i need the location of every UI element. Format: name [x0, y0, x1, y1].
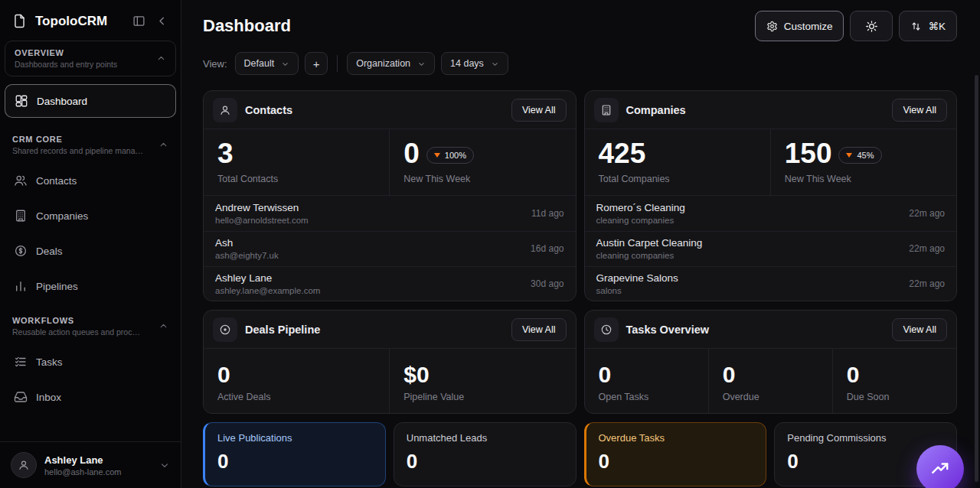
- kpi-label: Pending Commissions: [787, 432, 944, 444]
- sidebar-section-overview[interactable]: OVERVIEW Dashboards and entry points: [5, 41, 176, 76]
- card-title: Tasks Overview: [626, 324, 885, 336]
- page-title: Dashboard: [203, 16, 291, 36]
- sidebar-item-label: Companies: [36, 210, 88, 222]
- trend-down-icon: [846, 153, 852, 158]
- company-category: cleaning companies: [596, 216, 685, 225]
- section-subtitle: Reusable action queues and processes: [12, 327, 144, 337]
- contact-email: ashley.lane@example.com: [215, 286, 320, 295]
- companies-view-all-button[interactable]: View All: [892, 99, 947, 122]
- app-title: TopoloCRM: [35, 14, 124, 29]
- sidebar-item-dashboard[interactable]: Dashboard: [5, 84, 176, 118]
- stat-value: 425: [599, 139, 646, 169]
- stat-label: Total Contacts: [217, 174, 375, 184]
- section-title: CRM CORE: [12, 135, 144, 144]
- kpi-overdue-tasks: Overdue Tasks 0: [584, 422, 767, 486]
- scrollbar[interactable]: [975, 75, 978, 482]
- chevron-down-icon: [491, 60, 499, 68]
- customize-button[interactable]: Customize: [755, 11, 844, 41]
- theme-toggle-button[interactable]: [850, 11, 893, 41]
- panels-layout-icon[interactable]: [131, 13, 147, 29]
- kpi-unmatched-leads: Unmatched Leads 0: [394, 422, 577, 486]
- sidebar-item-tasks[interactable]: Tasks: [5, 346, 176, 378]
- chevron-up-icon: [158, 321, 168, 331]
- company-category: cleaning companies: [596, 251, 703, 260]
- view-label: View:: [203, 58, 227, 70]
- stat-value: $0: [403, 363, 429, 387]
- section-subtitle: Dashboards and entry points: [15, 60, 117, 69]
- sidebar-item-label: Tasks: [36, 356, 63, 368]
- deals-view-all-button[interactable]: View All: [511, 318, 567, 341]
- tasks-overview-card: Tasks Overview View All 0 Open Tasks 0 O…: [584, 310, 958, 414]
- contact-time: 30d ago: [531, 278, 564, 289]
- date-range-select[interactable]: 14 days: [441, 52, 508, 75]
- section-title: OVERVIEW: [15, 48, 117, 57]
- user-name: Ashley Lane: [44, 454, 152, 466]
- contact-name: Ash: [215, 237, 279, 249]
- company-name: Romero´s Cleaning: [596, 202, 685, 213]
- sidebar-item-pipelines[interactable]: Pipelines: [5, 270, 176, 302]
- inbox-icon: [14, 390, 28, 404]
- sidebar-item-label: Pipelines: [36, 281, 78, 292]
- company-row[interactable]: Romero´s Cleaning cleaning companies 22m…: [585, 196, 957, 231]
- kpi-value: 0: [599, 450, 754, 473]
- card-title: Deals Pipeline: [245, 324, 504, 336]
- collapse-sidebar-chevron-left-icon[interactable]: [154, 13, 170, 29]
- contacts-view-all-button[interactable]: View All: [511, 99, 567, 122]
- sidebar-item-contacts[interactable]: Contacts: [5, 164, 176, 197]
- filter-bar: View: Default + Organization 14 days: [203, 52, 957, 75]
- tasks-view-all-button[interactable]: View All: [892, 318, 947, 341]
- contact-row[interactable]: Ash ash@eighty7.uk 16d ago: [204, 231, 576, 266]
- active-deals-stat: 0 Active Deals: [204, 349, 389, 414]
- view-select-value: Default: [244, 58, 275, 69]
- trending-up-icon: [930, 459, 950, 479]
- chevron-down-icon: [417, 60, 426, 68]
- card-title: Companies: [626, 104, 885, 116]
- stat-value: 150: [785, 139, 832, 169]
- stat-label: Due Soon: [847, 392, 942, 402]
- contact-row[interactable]: Ashley Lane ashley.lane@example.com 30d …: [204, 266, 576, 301]
- add-view-button[interactable]: +: [305, 52, 328, 75]
- contact-row[interactable]: Andrew Terwissen hello@arnoldstreet.com …: [204, 196, 576, 231]
- sidebar-item-companies[interactable]: Companies: [5, 200, 176, 232]
- up-down-arrows-icon: [910, 21, 922, 32]
- due-soon-stat: 0 Due Soon: [832, 349, 956, 414]
- kpi-label: Overdue Tasks: [599, 432, 754, 444]
- sidebar-item-label: Inbox: [36, 392, 61, 403]
- section-title: WORKFLOWS: [12, 316, 144, 325]
- quick-action-fab[interactable]: [916, 445, 964, 488]
- app-logo-file-icon: [11, 12, 28, 30]
- new-companies-stat: 150 45% New This Week: [770, 129, 956, 195]
- stat-label: New This Week: [403, 174, 561, 184]
- contact-name: Ashley Lane: [215, 272, 320, 284]
- user-email: hello@ash-lane.com: [44, 467, 152, 477]
- contacts-card: Contacts View All 3 Total Contacts 0: [203, 90, 577, 301]
- sidebar-item-deals[interactable]: Deals: [5, 235, 176, 267]
- person-icon: [213, 98, 237, 122]
- stat-value: 3: [217, 139, 234, 169]
- organization-select[interactable]: Organization: [347, 52, 435, 75]
- section-subtitle: Shared records and pipeline management: [12, 146, 144, 155]
- company-time: 22m ago: [909, 278, 945, 289]
- stat-value: 0: [217, 363, 230, 387]
- shortcut-label: ⌘K: [928, 20, 946, 32]
- app-window: TopoloCRM OVERVIEW Dashboards and entry …: [0, 0, 980, 488]
- date-range-value: 14 days: [450, 58, 484, 69]
- sidebar-item-inbox[interactable]: Inbox: [5, 381, 176, 413]
- chevron-up-icon: [156, 54, 166, 63]
- stat-value: 0: [599, 363, 612, 387]
- company-time: 22m ago: [909, 243, 945, 254]
- company-row[interactable]: Grapevine Salons salons 22m ago: [585, 266, 957, 301]
- sidebar-section-workflows[interactable]: WORKFLOWS Reusable action queues and pro…: [5, 310, 176, 343]
- user-menu[interactable]: Ashley Lane hello@ash-lane.com: [0, 441, 181, 488]
- dollar-circle-icon: [14, 244, 28, 258]
- stat-label: Total Companies: [599, 174, 756, 184]
- stat-label: Active Deals: [217, 392, 375, 402]
- command-palette-button[interactable]: ⌘K: [899, 11, 957, 41]
- sidebar-section-crm-core[interactable]: CRM CORE Shared records and pipeline man…: [5, 129, 176, 161]
- total-contacts-stat: 3 Total Contacts: [204, 129, 389, 195]
- company-row[interactable]: Austin Carpet Cleaning cleaning companie…: [585, 231, 957, 266]
- company-name: Grapevine Salons: [596, 272, 678, 284]
- view-select[interactable]: Default: [235, 52, 299, 75]
- customize-label: Customize: [784, 21, 833, 32]
- chevron-down-icon: [281, 60, 289, 68]
